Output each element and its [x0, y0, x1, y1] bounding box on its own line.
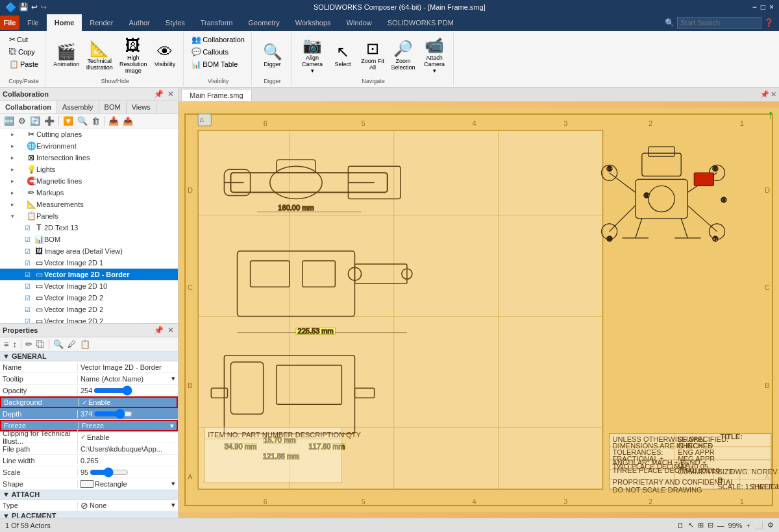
- animation-button[interactable]: 🎬 Animation: [51, 42, 82, 69]
- tree-expand-environment[interactable]: ▸: [8, 143, 17, 149]
- tech-illustration-button[interactable]: 📐 Technical Illustration: [83, 38, 116, 72]
- status-zoom-in[interactable]: +: [747, 522, 750, 529]
- toolbar-btn-import[interactable]: 📥: [107, 115, 120, 127]
- panel-pin-btn[interactable]: 📌: [153, 89, 165, 99]
- digger-button[interactable]: 🔍 Digger: [258, 42, 287, 69]
- toolbar-btn-properties[interactable]: ⚙: [17, 115, 27, 127]
- props-btn-copy[interactable]: ⿻: [35, 339, 46, 350]
- ribbon-tab-render[interactable]: Render: [82, 14, 121, 31]
- paste-button[interactable]: 📋 Paste: [6, 58, 41, 70]
- attach-camera-button[interactable]: 📹 Attach Camera ▾: [419, 35, 449, 75]
- search-input[interactable]: [677, 17, 761, 29]
- bom-table-button[interactable]: 📊 BOM Table: [189, 58, 240, 70]
- tab-bom[interactable]: BOM: [99, 101, 127, 114]
- tree-check-bom[interactable]: ☑: [25, 236, 34, 243]
- zoom-fit-all-button[interactable]: ⊡ Zoom Fit All: [358, 38, 387, 72]
- quick-access-redo[interactable]: ↪: [40, 3, 47, 12]
- copy-button[interactable]: ⿻ Copy: [6, 46, 38, 58]
- tree-item-vector-image-border[interactable]: ☑▭Vector Image 2D - Border: [0, 269, 178, 280]
- tree-item-2d-text-13[interactable]: ☑T2D Text 13: [0, 222, 178, 234]
- toolbar-btn-expand[interactable]: ➕: [43, 115, 56, 127]
- ribbon-tab-workshops[interactable]: Workshops: [288, 14, 339, 31]
- ribbon-tab-solidworks-pdm[interactable]: SOLIDWORKS PDM: [380, 14, 462, 31]
- props-btn-pencil[interactable]: 🖊: [66, 339, 77, 350]
- props-pin-btn[interactable]: 📌: [153, 325, 165, 335]
- cut-button[interactable]: ✂ Cut: [6, 34, 31, 45]
- tree-check-vector-image-2d-1[interactable]: ☑: [25, 260, 34, 267]
- tree-item-panels[interactable]: ▾📋Panels: [0, 210, 178, 222]
- file-tab[interactable]: File: [0, 16, 19, 30]
- tab-assembly[interactable]: Assembly: [57, 101, 99, 114]
- tree-item-image-area[interactable]: ☑🖼Image area (Detail View): [0, 245, 178, 257]
- tree-item-lights[interactable]: ▸💡Lights: [0, 163, 178, 175]
- ribbon-tab-file[interactable]: File: [19, 14, 47, 31]
- ribbon-tab-author[interactable]: Author: [121, 14, 157, 31]
- tree-expand-markups[interactable]: ▸: [8, 189, 17, 196]
- tree-check-vector-image-2d-2c[interactable]: ☑: [25, 318, 34, 324]
- collaboration-button[interactable]: 👥 Collaboration: [189, 34, 247, 45]
- tree-item-measurements[interactable]: ▸📐Measurements: [0, 199, 178, 210]
- tree-expand-cutting-planes[interactable]: ▸: [8, 131, 17, 138]
- maximize-btn[interactable]: □: [761, 3, 765, 12]
- opacity-slider[interactable]: [93, 385, 132, 396]
- toolbar-btn-new[interactable]: 🆕: [3, 115, 16, 127]
- tree-check-vector-image-2d-2b[interactable]: ☑: [25, 306, 34, 313]
- props-btn-edit[interactable]: ✏: [24, 339, 34, 350]
- props-btn-list[interactable]: ≡: [3, 339, 10, 350]
- tree-item-markups[interactable]: ▸✏Markups: [0, 187, 178, 199]
- tree-item-intersection-lines[interactable]: ▸⊠Intersection lines: [0, 152, 178, 163]
- tree-check-vector-image-border[interactable]: ☑: [25, 271, 34, 278]
- toolbar-btn-delete[interactable]: 🗑: [90, 115, 101, 127]
- tree-expand-measurements[interactable]: ▸: [8, 201, 17, 208]
- visibility-button[interactable]: 👁 Visibility: [151, 42, 179, 69]
- help-btn[interactable]: ❓: [764, 18, 774, 27]
- tree-item-vector-image-2d-1[interactable]: ☑▭Vector Image 2D 1: [0, 257, 178, 269]
- ribbon-tab-geometry[interactable]: Geometry: [240, 14, 287, 31]
- content-pin-btn[interactable]: 📌: [760, 90, 769, 99]
- content-tab-main[interactable]: Main Frame.smg: [181, 89, 252, 101]
- tree-item-vector-image-2d-2b[interactable]: ☑▭Vector Image 2D 2: [0, 304, 178, 315]
- ribbon-tab-home[interactable]: Home: [47, 14, 82, 31]
- toolbar-btn-export[interactable]: 📤: [121, 115, 134, 127]
- props-btn-view[interactable]: 🔍: [52, 339, 65, 350]
- tree-item-magnetic-lines[interactable]: ▸🧲Magnetic lines: [0, 175, 178, 187]
- depth-slider[interactable]: [93, 409, 132, 419]
- tree-check-vector-image-2d-10[interactable]: ☑: [25, 283, 34, 290]
- toolbar-btn-search[interactable]: 🔍: [76, 115, 89, 127]
- tab-collaboration[interactable]: Collaboration: [0, 101, 57, 114]
- props-close-btn[interactable]: ✕: [166, 325, 175, 335]
- tree-item-bom[interactable]: ☑📊BOM: [0, 234, 178, 245]
- scale-slider[interactable]: [90, 467, 129, 478]
- status-maximize[interactable]: ⬜: [754, 521, 763, 529]
- tree-item-vector-image-2d-2a[interactable]: ☑▭Vector Image 2D 2: [0, 292, 178, 304]
- panel-close-btn[interactable]: ✕: [166, 89, 175, 99]
- quick-access-undo[interactable]: ↩: [31, 3, 38, 12]
- tree-check-image-area[interactable]: ☑: [25, 248, 34, 255]
- tree-item-vector-image-2d-2c[interactable]: ☑▭Vector Image 2D 2: [0, 315, 178, 323]
- minimize-btn[interactable]: −: [752, 3, 757, 12]
- select-button[interactable]: ↖ Select: [328, 42, 357, 69]
- callouts-button[interactable]: 💬 Callouts: [189, 46, 231, 58]
- toolbar-btn-filter[interactable]: 🔽: [62, 115, 75, 127]
- props-btn-sort[interactable]: ↕: [12, 339, 19, 350]
- props-btn-table[interactable]: 📋: [79, 339, 92, 350]
- quick-access-save[interactable]: 💾: [19, 3, 29, 12]
- high-resolution-button[interactable]: 🖼 High Resolution Image: [117, 35, 149, 75]
- close-btn[interactable]: ×: [769, 3, 774, 12]
- tree-check-vector-image-2d-2a[interactable]: ☑: [25, 295, 34, 302]
- tree-item-vector-image-2d-10[interactable]: ☑▭Vector Image 2D 10: [0, 280, 178, 292]
- content-close-btn[interactable]: ✕: [771, 90, 776, 99]
- toolbar-btn-refresh[interactable]: 🔄: [29, 115, 42, 127]
- ribbon-tab-window[interactable]: Window: [339, 14, 380, 31]
- tree-expand-magnetic-lines[interactable]: ▸: [8, 178, 17, 184]
- zoom-selection-button[interactable]: 🔎 Zoom Selection: [388, 38, 418, 72]
- tab-views[interactable]: Views: [127, 101, 156, 114]
- status-settings[interactable]: ⚙: [767, 521, 774, 529]
- ribbon-tab-styles[interactable]: Styles: [158, 14, 193, 31]
- tree-item-cutting-planes[interactable]: ▸✂Cutting planes: [0, 128, 178, 140]
- tree-check-2d-text-13[interactable]: ☑: [25, 224, 34, 232]
- tree-expand-intersection-lines[interactable]: ▸: [8, 154, 17, 161]
- ribbon-tab-transform[interactable]: Transform: [193, 14, 241, 31]
- tree-item-environment[interactable]: ▸🌐Environment: [0, 140, 178, 152]
- viewport[interactable]: ↑ 6 5 4 3 2 1 6 5 4 3 2 1: [179, 102, 779, 518]
